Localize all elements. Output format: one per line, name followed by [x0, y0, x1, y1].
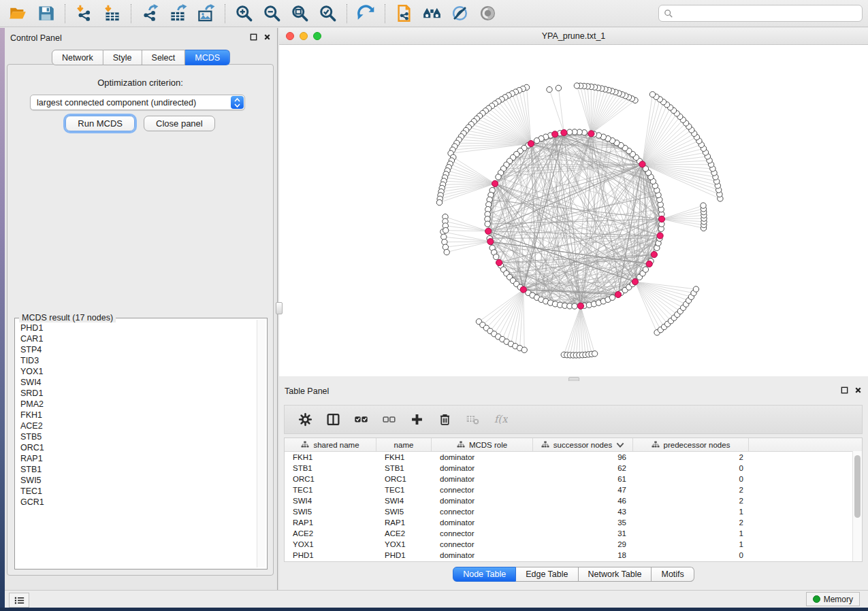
network-from-selection-button[interactable] [390, 2, 418, 25]
float-panel-icon[interactable] [249, 33, 258, 42]
table-settings-button[interactable] [297, 412, 313, 428]
tab-network[interactable]: Network [52, 50, 103, 65]
hierarchy-icon [652, 441, 660, 449]
mcds-list-item[interactable]: STB5 [20, 431, 257, 442]
zoom-selected-button[interactable] [314, 2, 342, 25]
table-row[interactable]: TEC1TEC1connector472 [285, 484, 862, 495]
split-panel-button[interactable] [325, 412, 341, 428]
cell-shared-name: ACE2 [285, 529, 376, 538]
mcds-list-item[interactable]: PHD1 [20, 323, 257, 333]
cell-shared-name: SWI5 [285, 508, 376, 516]
search-input[interactable] [673, 6, 862, 21]
table-scrollbar-thumb[interactable] [854, 455, 861, 518]
column-header-MCDS-role[interactable]: MCDS role [432, 438, 533, 451]
control-panel-title: Control Panel [10, 33, 62, 43]
maximize-window-icon[interactable] [313, 32, 321, 40]
mcds-list-item[interactable]: TEC1 [20, 486, 257, 497]
table-row[interactable]: ORC1ORC1dominator610 [285, 474, 862, 484]
deselect-all-button[interactable] [381, 412, 397, 428]
run-mcds-button[interactable]: Run MCDS [65, 116, 135, 131]
search-icon [664, 9, 673, 18]
network-window-titlebar[interactable]: YPA_prune.txt_1 [279, 28, 868, 45]
import-network-button[interactable] [70, 2, 98, 25]
cell-name: PHD1 [376, 551, 432, 559]
memory-button[interactable]: Memory [806, 592, 860, 606]
cell-successor-nodes: 31 [533, 529, 633, 538]
zoom-out-button[interactable] [258, 2, 286, 25]
mcds-list-item[interactable]: SWI4 [20, 377, 257, 388]
export-table-button[interactable] [164, 2, 192, 25]
delete-row-button[interactable] [436, 412, 453, 428]
vertical-splitter-handle[interactable] [276, 302, 283, 314]
zoom-in-button[interactable] [230, 2, 258, 25]
cell-predecessor-nodes: 0 [633, 551, 749, 559]
criterion-select-value: largest connected component (undirected) [37, 98, 196, 108]
close-table-panel-icon[interactable] [854, 386, 863, 395]
mcds-list-item[interactable]: TID3 [20, 355, 257, 366]
tab-mcds[interactable]: MCDS [185, 50, 230, 65]
table-row[interactable]: YOX1YOX1connector291 [285, 539, 862, 550]
cell-MCDS-role: connector [432, 486, 533, 494]
export-image-button[interactable] [192, 2, 220, 25]
mcds-list-item[interactable]: ORC1 [20, 442, 257, 453]
find-button[interactable] [418, 2, 446, 25]
tab-style[interactable]: Style [103, 50, 142, 65]
tab-motifs[interactable]: Motifs [652, 567, 694, 582]
column-header-name[interactable]: name [376, 438, 432, 451]
hierarchy-icon [301, 441, 309, 449]
table-row[interactable]: PHD1PHD1dominator180 [285, 550, 862, 561]
task-history-button[interactable] [9, 593, 29, 608]
apply-layout-button[interactable] [352, 2, 380, 25]
mcds-list-item[interactable]: YOX1 [20, 366, 257, 377]
import-table-button[interactable] [98, 2, 126, 25]
table-row[interactable]: FKH1FKH1dominator962 [285, 452, 862, 463]
first-neighbors-button[interactable] [446, 2, 474, 25]
mcds-result-list[interactable]: PHD1CAR1STP4TID3YOX1SWI4SRD1PMA2FKH1ACE2… [16, 320, 257, 567]
column-header-shared-name[interactable]: shared name [285, 438, 376, 451]
mcds-list-item[interactable]: STB1 [20, 464, 257, 475]
tab-network-table[interactable]: Network Table [579, 567, 652, 582]
mcds-list-scrollbar[interactable] [257, 320, 266, 567]
column-header-predecessor-nodes[interactable]: predecessor nodes [633, 438, 749, 451]
mcds-list-item[interactable]: ACE2 [20, 420, 257, 431]
select-all-button[interactable] [353, 412, 369, 428]
mcds-list-item[interactable]: CAR1 [20, 333, 257, 344]
toggle-view-button[interactable] [474, 2, 502, 25]
table-row[interactable]: RAP1RAP1dominator352 [285, 517, 862, 528]
save-session-button[interactable] [32, 2, 60, 25]
table-scrollbar[interactable] [852, 451, 862, 561]
mcds-list-item[interactable]: SWI5 [20, 475, 257, 486]
column-header-filler [749, 438, 862, 451]
close-window-icon[interactable] [286, 32, 294, 40]
tab-node-table[interactable]: Node Table [453, 567, 516, 582]
add-row-icon [410, 412, 424, 427]
network-graph[interactable] [279, 45, 868, 376]
close-panel-button[interactable]: Close panel [144, 116, 215, 131]
minimize-window-icon[interactable] [300, 32, 308, 40]
add-row-button[interactable] [408, 412, 425, 428]
mcds-list-item[interactable]: STP4 [20, 344, 257, 355]
tab-select[interactable]: Select [142, 50, 186, 65]
network-canvas[interactable] [279, 45, 868, 376]
open-file-button[interactable] [4, 2, 32, 25]
mcds-list-item[interactable]: RAP1 [20, 453, 257, 464]
mcds-list-item[interactable]: PMA2 [20, 399, 257, 410]
mcds-list-item[interactable]: GCR1 [20, 497, 257, 508]
mcds-list-item[interactable]: FKH1 [20, 410, 257, 420]
float-table-panel-icon[interactable] [840, 386, 849, 395]
column-header-successor-nodes[interactable]: successor nodes [533, 438, 633, 451]
memory-status-icon [813, 595, 820, 603]
select-all-icon [354, 412, 368, 427]
table-row[interactable]: ACE2ACE2connector311 [285, 528, 862, 539]
search-box[interactable] [658, 5, 863, 22]
criterion-select[interactable]: largest connected component (undirected) [30, 95, 245, 110]
tab-edge-table[interactable]: Edge Table [516, 567, 578, 582]
table-row[interactable]: STB1STB1dominator620 [285, 463, 862, 474]
close-panel-icon[interactable] [263, 33, 272, 42]
zoom-fit-button[interactable] [286, 2, 314, 25]
horizontal-splitter[interactable] [279, 376, 868, 381]
mcds-list-item[interactable]: SRD1 [20, 388, 257, 399]
table-row[interactable]: SWI5SWI5connector431 [285, 506, 862, 517]
export-network-button[interactable] [136, 2, 164, 25]
table-row[interactable]: SWI4SWI4dominator462 [285, 495, 862, 506]
